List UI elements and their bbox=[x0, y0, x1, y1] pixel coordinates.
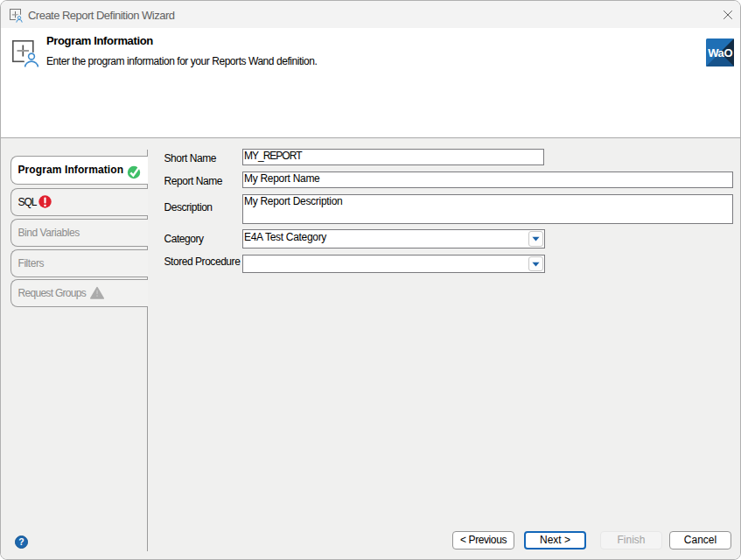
svg-text:?: ? bbox=[18, 536, 24, 547]
svg-text:WaO: WaO bbox=[708, 46, 732, 60]
